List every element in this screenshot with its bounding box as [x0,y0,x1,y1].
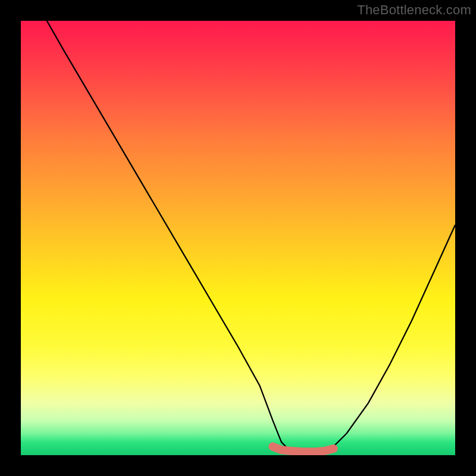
sweet-spot-line [273,446,333,452]
chart-frame: TheBottleneck.com [0,0,476,476]
chart-svg [21,21,455,455]
watermark-text: TheBottleneck.com [357,2,471,18]
curve-line [47,21,455,453]
plot-area [21,21,455,455]
